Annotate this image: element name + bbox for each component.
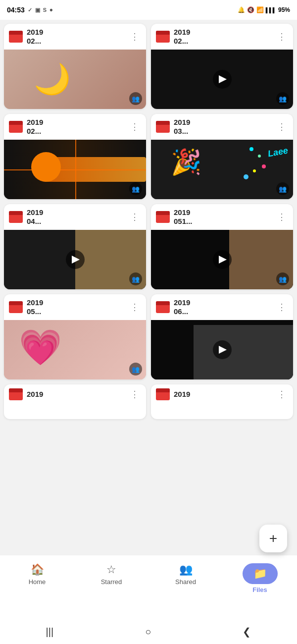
crosshair-v	[75, 140, 76, 199]
play-button-2[interactable]	[213, 70, 232, 89]
shared-icon: 👥	[179, 563, 193, 576]
dot-icon: •	[50, 5, 52, 15]
card-title-2: 201902...	[174, 28, 271, 46]
more-menu-10[interactable]: ⋮	[275, 389, 288, 400]
card-thumb-7: 💗 👥	[4, 320, 146, 379]
card-title-10: 2019	[174, 390, 271, 399]
heart-overlay: 💗	[19, 330, 62, 365]
video-card-10[interactable]: 2019 ⋮	[151, 384, 293, 419]
nav-shared[interactable]: 👥 Shared	[148, 560, 223, 589]
fab-button[interactable]: +	[259, 525, 287, 552]
clapper-icon-4	[156, 121, 170, 133]
starred-label: Starred	[101, 578, 122, 586]
home-label: Home	[29, 578, 46, 586]
play-button-5[interactable]	[66, 250, 85, 269]
card-title-9: 2019	[27, 390, 124, 399]
more-menu-9[interactable]: ⋮	[128, 389, 141, 400]
video-card-9[interactable]: 2019 ⋮	[4, 384, 146, 419]
card-title-4: 201903...	[174, 118, 271, 136]
card-thumb-6: 👥	[151, 230, 293, 289]
card-thumb-4: 🎉 Laee 👥	[151, 140, 293, 199]
mute-icon: 🔇	[247, 6, 254, 13]
group-icon-4: 👥	[276, 182, 289, 195]
video-card-8[interactable]: 201906... ⋮	[151, 294, 293, 379]
more-menu-3[interactable]: ⋮	[128, 121, 141, 132]
moon-overlay: 🌙	[34, 64, 71, 94]
card-header-8: 201906... ⋮	[151, 294, 293, 320]
card-thumb-3: 👥	[4, 140, 146, 199]
nav-home[interactable]: 🏠 Home	[0, 560, 74, 589]
card-header-6: 2019051... ⋮	[151, 204, 293, 230]
card-header-3: 201902... ⋮	[4, 114, 146, 140]
status-right: 🔔 🔇 📶 ▌▌▌ 95%	[238, 6, 290, 13]
card-title-1: 201902...	[27, 28, 124, 46]
ok-icon: ✓	[28, 7, 32, 13]
status-bar: 04:53 ✓ ▣ S • 🔔 🔇 📶 ▌▌▌ 95%	[0, 0, 297, 20]
more-menu-5[interactable]: ⋮	[128, 212, 141, 222]
starred-icon: ☆	[106, 563, 116, 576]
clapper-icon-7	[9, 301, 23, 313]
card-header-2: 201902... ⋮	[151, 24, 293, 50]
group-icon-1: 👥	[129, 92, 142, 105]
nav-files[interactable]: 📁 Files	[223, 560, 297, 596]
video-card-1[interactable]: 201902... ⋮ 🌙 👥	[4, 24, 146, 109]
shared-icon-wrap: 👥	[179, 563, 193, 576]
more-menu-7[interactable]: ⋮	[128, 302, 141, 313]
wifi-icon: 📶	[256, 6, 264, 13]
card-header-10: 2019 ⋮	[151, 384, 293, 404]
card-thumb-2: 👥	[151, 50, 293, 109]
nav-starred[interactable]: ☆ Starred	[74, 560, 148, 589]
confetti-dot-1	[249, 147, 253, 151]
home-icon: 🏠	[31, 563, 44, 576]
recents-button[interactable]: |||	[46, 626, 54, 638]
files-icon: 📁	[253, 567, 267, 580]
card-title-8: 201906...	[174, 298, 271, 316]
orange-circle	[31, 152, 61, 182]
files-icon-wrap: 📁	[243, 563, 278, 584]
video-card-5[interactable]: 201904... ⋮ 👥	[4, 204, 146, 289]
card-thumb-5: 👥	[4, 230, 146, 289]
card-title-7: 201905...	[27, 298, 124, 316]
video-card-7[interactable]: 201905... ⋮ 💗 👥	[4, 294, 146, 379]
video-card-3[interactable]: 201902... ⋮ 👥	[4, 114, 146, 199]
clapper-icon-2	[156, 31, 170, 43]
status-left: 04:53 ✓ ▣ S •	[7, 5, 52, 15]
group-icon-5: 👥	[129, 272, 142, 285]
card-title-5: 201904...	[27, 208, 124, 226]
video-card-2[interactable]: 201902... ⋮ 👥	[151, 24, 293, 109]
more-menu-2[interactable]: ⋮	[275, 31, 288, 42]
alarm-icon: 🔔	[238, 6, 245, 13]
battery-label: 95%	[278, 6, 290, 13]
clapper-icon-5	[9, 211, 23, 223]
signal-icon: ▌▌▌	[266, 7, 276, 13]
card-thumb-1: 🌙 👥	[4, 50, 146, 109]
card-header-9: 2019 ⋮	[4, 384, 146, 404]
group-icon-2: 👥	[276, 92, 289, 105]
main-content: 201902... ⋮ 🌙 👥 201902... ⋮ 👥	[0, 20, 297, 555]
confetti-dot-5	[244, 174, 248, 179]
play-button-8[interactable]	[213, 340, 232, 359]
more-menu-6[interactable]: ⋮	[275, 212, 288, 222]
back-button[interactable]: ❮	[243, 626, 251, 638]
home-button[interactable]: ○	[145, 626, 151, 638]
files-label: Files	[252, 586, 267, 593]
video-card-6[interactable]: 2019051... ⋮ 👥	[151, 204, 293, 289]
card-title-3: 201902...	[27, 118, 124, 136]
confetti-dot-4	[253, 169, 256, 172]
group-icon-6: 👥	[276, 272, 289, 285]
clapper-icon-3	[9, 121, 23, 133]
card-grid: 201902... ⋮ 🌙 👥 201902... ⋮ 👥	[4, 24, 293, 419]
instagram-icon: ▣	[35, 7, 40, 13]
play-button-6[interactable]	[213, 250, 232, 269]
clapper-icon-8	[156, 301, 170, 313]
video-card-4[interactable]: 201903... ⋮ 🎉 Laee 👥	[151, 114, 293, 199]
time-display: 04:53	[7, 6, 25, 14]
starred-icon-wrap: ☆	[106, 563, 116, 576]
confetti-dot-2	[258, 155, 261, 158]
more-menu-8[interactable]: ⋮	[275, 302, 288, 313]
clapper-icon-9	[9, 388, 23, 400]
more-menu-4[interactable]: ⋮	[275, 121, 288, 132]
confetti-dot-3	[262, 164, 266, 168]
more-menu-1[interactable]: ⋮	[128, 31, 141, 42]
card-header-7: 201905... ⋮	[4, 294, 146, 320]
